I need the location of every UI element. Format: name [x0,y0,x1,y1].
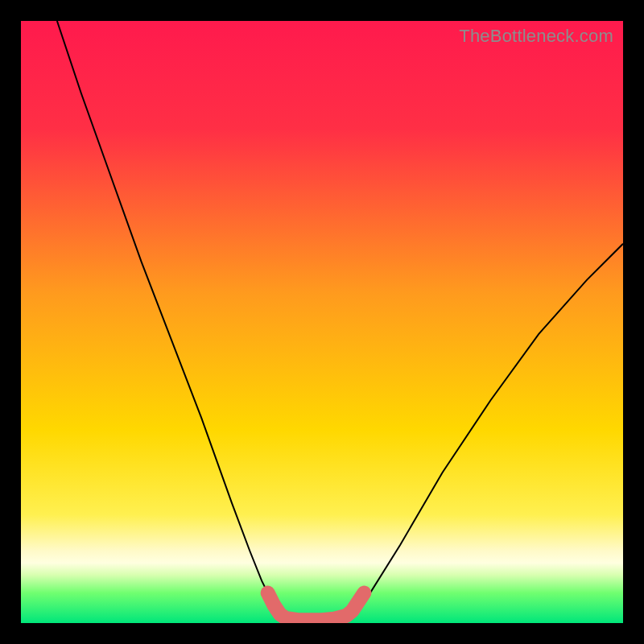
chart-svg [21,21,623,623]
outer-frame: TheBottleneck.com [0,0,644,644]
plot-area: TheBottleneck.com [21,21,623,623]
watermark-text: TheBottleneck.com [459,26,613,47]
gradient-background [21,21,623,623]
